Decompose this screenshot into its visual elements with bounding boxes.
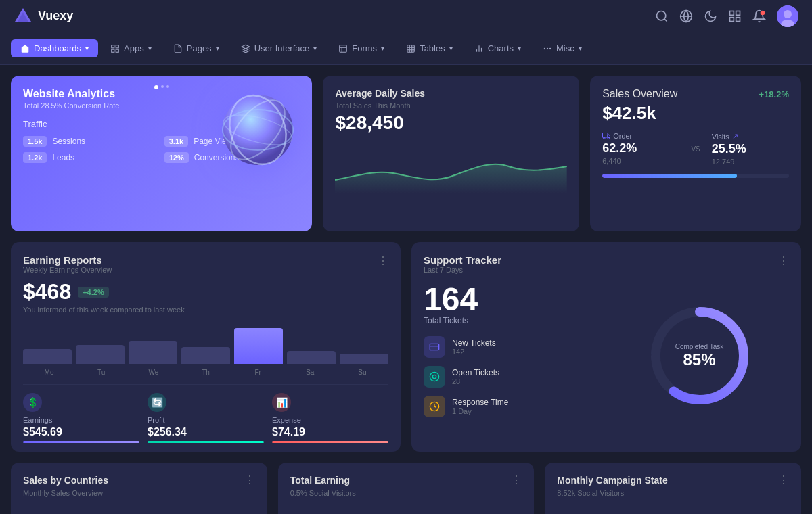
menu-dashboards[interactable]: Dashboards ▾: [11, 39, 98, 57]
menu-tables[interactable]: Tables ▾: [397, 39, 462, 57]
grid-icon[interactable]: [728, 9, 742, 23]
menu-apps[interactable]: Apps ▾: [101, 39, 161, 57]
bar-th: [181, 322, 230, 364]
st-subtitle: Last 7 Days: [424, 266, 501, 274]
bar-fr-fill: [234, 328, 283, 364]
so-visits-col: Visits ↗ 25.5% 12,749: [712, 132, 789, 166]
bar-fr: [234, 322, 283, 364]
bar-mo: [23, 322, 72, 364]
st-right: Completed Task 85%: [610, 283, 789, 428]
table-icon: [406, 44, 415, 53]
earning-menu-button[interactable]: ⋮: [378, 254, 388, 267]
ec-header: Earning Reports Weekly Earnings Overview…: [23, 254, 388, 274]
bar-label-we: We: [127, 369, 179, 376]
so-visits-pct: 25.5%: [712, 142, 789, 156]
bar-label-tu: Tu: [75, 369, 127, 376]
new-ticket-count: 142: [452, 348, 496, 356]
svg-rect-8: [736, 17, 740, 21]
st-header: Support Tracker Last 7 Days ⋮: [424, 254, 789, 281]
menu-charts-label: Charts: [488, 43, 514, 53]
st-total-count: 164: [424, 283, 603, 316]
analytics-card: Website Analytics Total 28.5% Conversion…: [11, 76, 312, 231]
ec-description: You informed of this week compared to la…: [23, 306, 388, 314]
so-visits-label: Visits ↗: [712, 132, 789, 141]
logo-icon: [14, 7, 32, 26]
menu-pages[interactable]: Pages ▾: [164, 39, 229, 57]
chevron-down-icon3: ▾: [216, 45, 219, 52]
support-card: Support Tracker Last 7 Days ⋮ 164 Total …: [411, 242, 801, 452]
response-ticket-text: Response Time 1 Day: [452, 398, 508, 415]
sales-overview-card: Sales Overview +18.2% $42.5k Order 62.2%…: [590, 76, 801, 231]
total-earning-menu[interactable]: ⋮: [511, 473, 522, 486]
new-ticket-text: New Tickets 142: [452, 338, 496, 356]
menu-forms[interactable]: Forms ▾: [329, 39, 394, 57]
file-icon: [173, 44, 183, 53]
menu-apps-label: Apps: [124, 43, 144, 53]
ec-title-group: Earning Reports Weekly Earnings Overview: [23, 254, 112, 274]
response-ticket-icon: [424, 396, 445, 417]
bar-th-fill: [181, 347, 230, 364]
avg-sales-title: Average Daily Sales: [335, 88, 567, 99]
search-icon[interactable]: [655, 9, 669, 23]
svg-rect-6: [730, 11, 734, 15]
menu-charts[interactable]: Charts ▾: [465, 39, 531, 57]
svg-rect-16: [116, 49, 118, 52]
order-icon: [602, 132, 610, 140]
monthly-campaign-title: Monthly Campaign State: [557, 475, 667, 486]
bar-we: [129, 322, 177, 364]
external-link-icon[interactable]: ↗: [732, 132, 738, 141]
earnings-icon: 💲: [23, 393, 42, 412]
earnings-bar: [23, 441, 139, 443]
monthly-campaign-sub: 8.52k Social Visitors: [557, 489, 789, 497]
logo-area[interactable]: Vuexy: [14, 7, 73, 26]
sales-countries-card: Sales by Countries ⋮ Monthly Sales Overv…: [11, 463, 267, 514]
donut-label: Completed Task 85%: [675, 343, 724, 369]
svg-rect-9: [730, 17, 734, 21]
menu-misc[interactable]: Misc ▾: [533, 39, 591, 57]
svg-point-32: [544, 48, 545, 49]
so-visits-count: 12,749: [712, 158, 789, 166]
menu-ui[interactable]: User Interface ▾: [231, 39, 327, 57]
expense-label: Expense: [272, 416, 388, 424]
dot-1: [161, 85, 164, 88]
svg-rect-41: [430, 344, 438, 350]
response-ticket-count: 1 Day: [452, 407, 508, 415]
completed-task-label: Completed Task: [675, 343, 724, 350]
bar-labels: Mo Tu We Th Fr Sa Su: [23, 369, 388, 376]
bar-label-sa: Sa: [284, 369, 336, 376]
so-progress-bar: [602, 174, 789, 178]
sales-countries-menu[interactable]: ⋮: [244, 473, 255, 486]
profit-value: $256.34: [148, 426, 264, 438]
chevron-down-icon2: ▾: [148, 45, 152, 52]
metric-profit: 🔄 Profit $256.34: [148, 393, 264, 443]
barchart-icon: [474, 44, 484, 53]
menu-bar: Dashboards ▾ Apps ▾ Pages ▾ User Interfa…: [0, 32, 812, 65]
st-title: Support Tracker: [424, 254, 501, 266]
svg-point-39: [604, 137, 606, 139]
home-icon: [20, 44, 30, 53]
metric-expense: 📊 Expense $74.19: [272, 393, 388, 443]
svg-rect-19: [340, 45, 347, 52]
support-menu-button[interactable]: ⋮: [778, 254, 789, 267]
monthly-campaign-menu[interactable]: ⋮: [778, 473, 789, 486]
monthly-campaign-header: Monthly Campaign State ⋮: [557, 473, 789, 486]
sessions-label: Sessions: [52, 137, 85, 146]
so-amount: $42.5k: [602, 103, 789, 124]
ticket-open: Open Tickets 28: [424, 366, 603, 388]
row1: Website Analytics Total 28.5% Conversion…: [11, 76, 801, 231]
moon-icon[interactable]: [704, 9, 717, 23]
profit-label: Profit: [148, 416, 264, 424]
top-navbar: Vuexy: [0, 0, 812, 32]
st-title-group: Support Tracker Last 7 Days: [424, 254, 501, 281]
new-ticket-icon: [424, 336, 445, 358]
avg-sales-chart: [335, 139, 567, 193]
menu-ui-label: User Interface: [254, 43, 310, 53]
bar-we-fill: [129, 341, 177, 364]
ec-change-badge: +4.2%: [78, 287, 109, 298]
avatar[interactable]: [777, 5, 798, 27]
translate-icon[interactable]: [679, 9, 693, 23]
leads-badge: 1.2k: [23, 152, 47, 163]
bell-icon[interactable]: [752, 9, 766, 23]
chevron-down-icon7: ▾: [518, 45, 521, 52]
avg-sales-subtitle: Total Sales This Month: [335, 101, 567, 110]
